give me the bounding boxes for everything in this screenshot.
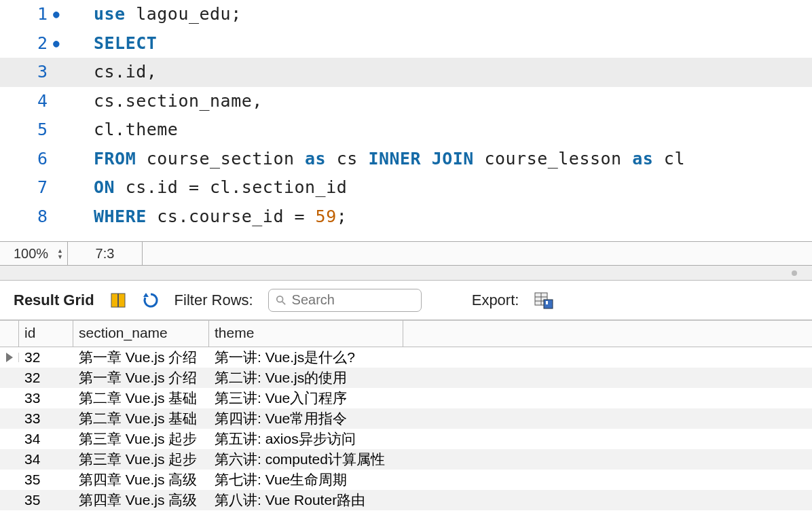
code-text[interactable]: cs.section_name,	[94, 87, 263, 116]
code-line[interactable]: 7ON cs.id = cl.section_id	[0, 173, 812, 202]
code-text[interactable]: FROM course_section as cs INNER JOIN cou…	[94, 145, 685, 174]
cell-id[interactable]: 32	[19, 349, 73, 366]
table-row[interactable]: 32第一章 Vue.js 介绍第二讲: Vue.js的使用	[0, 368, 812, 388]
code-line[interactable]: 4cs.section_name,	[0, 87, 812, 116]
chevron-up-icon[interactable]: ▲	[57, 248, 63, 253]
line-number: 5	[0, 116, 53, 145]
cell-section-name[interactable]: 第三章 Vue.js 起步	[73, 450, 209, 469]
export-icon[interactable]	[534, 291, 554, 310]
table-row[interactable]: 35第四章 Vue.js 高级第七讲: Vue生命周期	[0, 470, 812, 490]
code-text[interactable]: cs.id,	[94, 58, 157, 87]
code-line[interactable]: 8WHERE cs.course_id = 59;	[0, 202, 812, 232]
cell-theme[interactable]: 第四讲: Vue常用指令	[209, 409, 812, 428]
svg-line-4	[282, 301, 284, 304]
results-toolbar: Result Grid Filter Rows: Export:	[0, 281, 812, 320]
code-line[interactable]: 5cl.theme	[0, 116, 812, 145]
line-number: 6	[0, 145, 53, 174]
splitter-bar[interactable]	[0, 266, 812, 281]
code-text[interactable]: SELECT	[94, 29, 157, 58]
filter-search-input[interactable]	[292, 292, 414, 308]
search-icon	[276, 294, 287, 306]
cell-section-name[interactable]: 第二章 Vue.js 基础	[73, 389, 209, 408]
col-header-theme[interactable]: theme	[209, 321, 403, 347]
svg-marker-2	[143, 293, 149, 297]
code-text[interactable]: use lagou_edu;	[94, 0, 242, 29]
code-text[interactable]: cl.theme	[94, 116, 178, 145]
cell-id[interactable]: 33	[19, 390, 73, 406]
filter-rows-label: Filter Rows:	[174, 292, 253, 309]
code-line[interactable]: 2●SELECT	[0, 29, 812, 58]
drag-handle-icon[interactable]	[792, 270, 797, 276]
grid-view-icon[interactable]	[109, 292, 127, 309]
cell-id[interactable]: 34	[19, 451, 73, 467]
code-line[interactable]: 1●use lagou_edu;	[0, 0, 812, 29]
cell-theme[interactable]: 第五讲: axios异步访问	[209, 429, 812, 448]
table-row[interactable]: 32第一章 Vue.js 介绍第一讲: Vue.js是什么?	[0, 347, 812, 368]
cell-section-name[interactable]: 第一章 Vue.js 介绍	[73, 348, 209, 367]
cell-section-name[interactable]: 第二章 Vue.js 基础	[73, 409, 209, 428]
cell-section-name[interactable]: 第一章 Vue.js 介绍	[73, 368, 209, 387]
line-number: 3	[0, 58, 53, 87]
cell-theme[interactable]: 第二讲: Vue.js的使用	[209, 368, 812, 387]
table-row[interactable]: 33第二章 Vue.js 基础第四讲: Vue常用指令	[0, 408, 812, 429]
statement-marker-icon: ●	[53, 29, 79, 58]
table-row[interactable]: 34第三章 Vue.js 起步第五讲: axios异步访问	[0, 429, 812, 449]
col-header-id[interactable]: id	[19, 321, 73, 347]
line-number: 1	[0, 0, 53, 29]
line-number: 8	[0, 202, 53, 232]
svg-rect-10	[546, 301, 548, 304]
code-line[interactable]: 3cs.id,	[0, 58, 812, 87]
grid-body[interactable]: 32第一章 Vue.js 介绍第一讲: Vue.js是什么?32第一章 Vue.…	[0, 347, 812, 510]
editor-statusbar: 100% ▲ ▼ 7:3	[0, 241, 812, 266]
col-header-blank	[403, 321, 812, 347]
table-row[interactable]: 34第三章 Vue.js 起步第六讲: computed计算属性	[0, 449, 812, 470]
table-row[interactable]: 35第四章 Vue.js 高级第八讲: Vue Router路由	[0, 490, 812, 510]
cell-id[interactable]: 35	[19, 472, 73, 488]
cell-id[interactable]: 34	[19, 431, 73, 447]
cell-section-name[interactable]: 第四章 Vue.js 高级	[73, 491, 209, 510]
svg-point-3	[276, 296, 282, 302]
cell-id[interactable]: 35	[19, 492, 73, 508]
result-grid[interactable]: id section_name theme 32第一章 Vue.js 介绍第一讲…	[0, 320, 812, 510]
cell-theme[interactable]: 第八讲: Vue Router路由	[209, 491, 812, 510]
cell-theme[interactable]: 第一讲: Vue.js是什么?	[209, 348, 812, 367]
line-number: 2	[0, 29, 53, 58]
line-number: 4	[0, 87, 53, 116]
cell-section-name[interactable]: 第三章 Vue.js 起步	[73, 429, 209, 448]
cell-theme[interactable]: 第六讲: computed计算属性	[209, 450, 812, 469]
code-text[interactable]: WHERE cs.course_id = 59;	[94, 202, 347, 232]
sql-editor[interactable]: 1●use lagou_edu;2●SELECT3cs.id,4cs.secti…	[0, 0, 812, 241]
cell-id[interactable]: 32	[19, 370, 73, 386]
table-row[interactable]: 33第二章 Vue.js 基础第三讲: Vue入门程序	[0, 388, 812, 408]
row-marker[interactable]	[0, 353, 19, 362]
code-text[interactable]: ON cs.id = cl.section_id	[94, 173, 347, 202]
zoom-level[interactable]: 100% ▲ ▼	[0, 242, 68, 265]
current-row-icon	[6, 353, 13, 362]
cell-section-name[interactable]: 第四章 Vue.js 高级	[73, 470, 209, 489]
statement-marker-icon: ●	[53, 0, 79, 29]
cell-theme[interactable]: 第三讲: Vue入门程序	[209, 389, 812, 408]
refresh-icon[interactable]	[142, 292, 160, 309]
col-header-section-name[interactable]: section_name	[73, 321, 209, 347]
row-header-blank	[0, 321, 19, 347]
code-line[interactable]: 6FROM course_section as cs INNER JOIN co…	[0, 145, 812, 174]
grid-header: id section_name theme	[0, 320, 812, 347]
cell-theme[interactable]: 第七讲: Vue生命周期	[209, 470, 812, 489]
cursor-position: 7:3	[68, 242, 143, 265]
chevron-down-icon[interactable]: ▼	[57, 254, 63, 260]
export-label: Export:	[472, 292, 519, 309]
svg-rect-9	[544, 300, 553, 308]
zoom-value: 100%	[14, 246, 48, 262]
filter-search-box[interactable]	[268, 289, 422, 312]
zoom-stepper[interactable]: ▲ ▼	[57, 248, 63, 260]
cursor-position-value: 7:3	[96, 246, 115, 262]
result-grid-title: Result Grid	[14, 292, 94, 309]
cell-id[interactable]: 33	[19, 410, 73, 427]
line-number: 7	[0, 173, 53, 202]
